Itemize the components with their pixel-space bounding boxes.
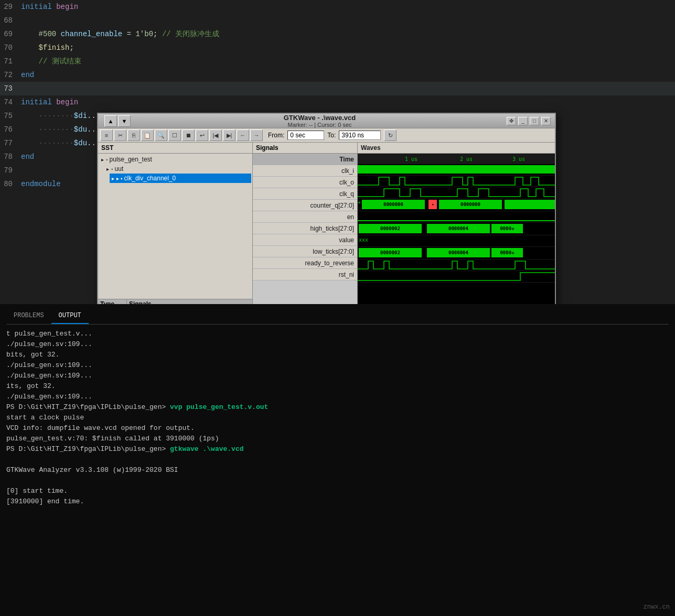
signal-en: en	[253, 211, 357, 223]
code-line-72: 72 end	[0, 68, 675, 82]
move-icon: ✥	[507, 117, 516, 125]
terminal-line-9: start a clock pulse	[6, 413, 669, 423]
sst-item-uut[interactable]: ▸ ▪ uut	[104, 164, 251, 174]
watermark: znwx.cn	[644, 603, 670, 611]
to-label: To:	[327, 132, 336, 139]
signal-counter-q: counter_q[27:0]	[253, 200, 357, 211]
code-line-69: 69 #500 channel_enable = 1'b0; // 关闭脉冲生成	[0, 27, 675, 41]
maximize-btn[interactable]: □	[530, 117, 539, 125]
refresh-btn[interactable]: ↻	[384, 129, 397, 141]
signal-rst-ni: rst_ni	[253, 269, 357, 280]
wave-counter-q: + 0000000 ▪ 0000000	[358, 199, 555, 211]
code-line-70: 70 $finish;	[0, 41, 675, 55]
terminal-line-13	[6, 455, 669, 465]
paste-btn[interactable]: 📋	[141, 129, 154, 141]
stop-btn[interactable]: ⏹	[182, 129, 195, 141]
terminal-line-4: ./pulse_gen.sv:109...	[6, 360, 669, 371]
signal-value: value	[253, 234, 357, 246]
terminal-line-2: ./pulse_gen.sv:109...	[6, 339, 669, 350]
terminal-line-8: PS D:\Git\HIT_Z19\fpga\IPLib\pulse_gen> …	[6, 402, 669, 413]
signal-ready-to-reverse: ready_to_reverse	[253, 257, 357, 269]
copy-btn[interactable]: ⎘	[127, 129, 140, 141]
select-btn[interactable]: ☐	[168, 129, 181, 141]
sst-label-uut: uut	[115, 165, 124, 172]
close-btn[interactable]: ✕	[541, 117, 551, 125]
wave-rst-ni	[358, 271, 555, 283]
to-input[interactable]	[339, 131, 381, 140]
signal-low-ticks: low_ticks[27:0]	[253, 246, 357, 257]
nav-down-btn[interactable]: ▼	[118, 115, 131, 127]
terminal-line-10: VCD info: dumpfile wave.vcd opened for o…	[6, 423, 669, 434]
wave-ready-svg	[358, 260, 555, 270]
terminal-line-11: pulse_gen_test.v:70: $finish called at 3…	[6, 434, 669, 444]
gtkwave-title: GTKWave - .\wave.vcd	[133, 114, 507, 122]
undo-btn[interactable]: ↩	[196, 129, 208, 141]
sst-header: SST	[98, 143, 252, 154]
tab-output[interactable]: OUTPUT	[51, 308, 89, 324]
cmd-gtkwave: gtkwave .\wave.vcd	[170, 445, 243, 453]
sst-expand-icon-uut: ▸	[106, 166, 109, 172]
waves-panel-header: Waves	[358, 143, 555, 154]
nav-arrows: ▲ ▼	[102, 114, 133, 128]
skip-fwd-btn[interactable]: ▶|	[223, 129, 235, 141]
terminal-line-15	[6, 475, 669, 486]
from-label: From:	[268, 132, 284, 139]
gtkwave-toolbar: ≡ ✂ ⎘ 📋 🔍 ☐ ⏹ ↩ |◀ ▶| ← → From: To: ↻	[98, 128, 555, 143]
sst-label-pulse-gen-test: pulse_gen_test	[110, 156, 152, 163]
sst-label-clk-div: clk_div_channel_0	[124, 175, 176, 182]
signals-panel-header: Signals	[253, 143, 357, 154]
wave-clk-o-svg	[358, 176, 555, 186]
wave-clk-o	[358, 176, 555, 187]
gtkwave-subtitle: Marker: -- | Cursor: 0 sec	[133, 122, 507, 128]
sst-item-pulse-gen-test[interactable]: ▸ ▪ pulse_gen_test	[99, 155, 251, 164]
skip-back-btn[interactable]: |◀	[209, 129, 222, 141]
code-line-71: 71 // 测试结束	[0, 55, 675, 68]
zoom-back-btn[interactable]: ←	[237, 129, 249, 141]
wave-clk-i	[358, 164, 555, 176]
sst-item-clk-div[interactable]: ▸ ▸ ▪ clk_div_channel_0	[110, 174, 251, 183]
terminal-line-16: [0] start time.	[6, 486, 669, 496]
terminal-line-1: t pulse_gen_test.v...	[6, 329, 669, 339]
wave-clk-q	[358, 187, 555, 199]
sst-expand-icon: ▸	[101, 157, 104, 163]
wave-rst-svg	[358, 271, 555, 282]
tab-problems[interactable]: PROBLEMS	[6, 308, 51, 324]
menu-btn[interactable]: ≡	[100, 129, 113, 141]
nav-up-btn[interactable]: ▲	[104, 115, 117, 127]
terminal-tabs: PROBLEMS OUTPUT	[6, 308, 669, 325]
terminal-line-17: [3910000] end time.	[6, 496, 669, 507]
gtkwave-titlebar: ▲ ▼ GTKWave - .\wave.vcd Marker: -- | Cu…	[98, 114, 555, 128]
terminal-output: t pulse_gen_test.v... ./pulse_gen.sv:109…	[6, 329, 669, 507]
sst-tree: ▸ ▪ pulse_gen_test ▸ ▪ uut ▸ ▸ ▪ clk_div…	[98, 154, 252, 299]
search-btn[interactable]: 🔍	[155, 129, 167, 141]
signal-clk-q: clk_q	[253, 188, 357, 200]
terminal-line-7: ./pulse_gen.sv:109...	[6, 392, 669, 402]
terminal: PROBLEMS OUTPUT t pulse_gen_test.v... ./…	[0, 304, 675, 616]
wave-high-ticks: 0000002 0000004 0000+	[358, 223, 555, 235]
terminal-line-5: ./pulse_gen.sv:109...	[6, 371, 669, 381]
signal-time-header: Time	[253, 154, 357, 165]
terminal-line-6: its, got 32.	[6, 381, 669, 392]
zoom-fwd-btn[interactable]: →	[250, 129, 263, 141]
code-line-29: 29 initial begin	[0, 0, 675, 14]
from-to: From: To: ↻	[268, 129, 397, 141]
wave-clk-q-svg	[358, 187, 555, 198]
window-buttons: ✥ _ □ ✕	[507, 117, 551, 125]
cut-btn[interactable]: ✂	[114, 129, 126, 141]
wave-en	[358, 211, 555, 223]
terminal-line-12: PS D:\Git\HIT_Z19\fpga\IPLib\pulse_gen> …	[6, 444, 669, 455]
cmd-vvp: vvp pulse_gen_test.v.out	[170, 403, 268, 411]
code-line-73: 73	[0, 82, 675, 95]
waves-timeline: 1 us 2 us 3 us	[358, 154, 555, 164]
from-input[interactable]	[287, 131, 324, 140]
terminal-line-3: bits, got 32.	[6, 350, 669, 360]
wave-ready-to-reverse	[358, 260, 555, 271]
minimize-btn[interactable]: _	[518, 117, 528, 125]
signal-high-ticks: high_ticks[27:0]	[253, 223, 357, 234]
code-line-68: 68	[0, 14, 675, 27]
code-line-74: 74 initial begin	[0, 95, 675, 109]
wave-low-ticks: 0000002 0000004 0000+	[358, 247, 555, 260]
terminal-line-14: GTKWave Analyzer v3.3.108 (w)1999-2020 B…	[6, 465, 669, 475]
signal-clk-i: clk_i	[253, 165, 357, 177]
signal-clk-o: clk_o	[253, 177, 357, 188]
